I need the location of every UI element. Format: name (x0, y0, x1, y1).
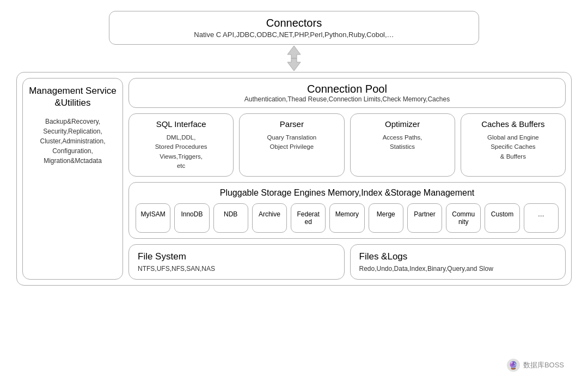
engine-federated: Federat ed (291, 203, 326, 233)
mid-row: SQL Interface DML,DDL,Stored ProceduresV… (128, 113, 566, 177)
parser-title: Parser (244, 119, 339, 129)
sql-interface-title: SQL Interface (133, 119, 229, 129)
file-system-cell: File System NTFS,UFS,NFS,SAN,NAS (128, 244, 345, 280)
caches-title: Caches & Buffers (465, 119, 561, 129)
svg-marker-0 (287, 46, 301, 58)
optimizer-title: Optimizer (355, 119, 450, 129)
main-area: Management Service &Utilities Backup&Rec… (16, 72, 572, 286)
file-system-subtitle: NTFS,UFS,NFS,SAN,NAS (138, 265, 335, 273)
engine-partner: Partner (407, 203, 442, 233)
connectors-box: Connectors Native C API,JDBC,ODBC,NET,PH… (109, 11, 479, 45)
storage-title: Pluggable Storage Engines Memory,Index &… (136, 188, 559, 198)
files-logs-subtitle: Redo,Undo,Data,Index,Binary,Query,and Sl… (359, 265, 557, 273)
engine-myisam: MyISAM (136, 203, 170, 233)
engine-community: Commu nity (446, 203, 481, 233)
management-subtitle: Backup&Recovery,Security,Replication,Clu… (28, 117, 117, 166)
svg-marker-1 (287, 58, 301, 71)
sql-interface-cell: SQL Interface DML,DDL,Stored ProceduresV… (128, 113, 234, 177)
management-panel: Management Service &Utilities Backup&Rec… (22, 78, 123, 280)
parser-cell: Parser Quary TranslationObject Privilege (239, 113, 344, 177)
engine-more: … (524, 203, 559, 233)
connectors-subtitle: Native C API,JDBC,ODBC,NET,PHP,Perl,Pyth… (120, 31, 468, 39)
connection-pool-title: Connection Pool (138, 83, 556, 95)
optimizer-cell: Optimizer Access Paths,Statistics (350, 113, 455, 177)
bidirectional-arrow (278, 45, 310, 72)
engine-archive: Archive (252, 203, 287, 233)
watermark-icon: 🔮 (507, 359, 520, 372)
connection-pool-subtitle: Authentication,Thead Reuse,Connection Li… (138, 95, 556, 103)
engine-merge: Merge (369, 203, 403, 233)
file-system-title: File System (138, 251, 335, 262)
fs-row: File System NTFS,UFS,NFS,SAN,NAS Files &… (128, 244, 566, 280)
connection-pool-box: Connection Pool Authentication,Thead Reu… (128, 78, 566, 108)
watermark-text: 数据库BOSS (523, 360, 564, 370)
engine-custom: Custom (485, 203, 519, 233)
storage-outer: Pluggable Storage Engines Memory,Index &… (128, 182, 566, 239)
sql-interface-subtitle: DML,DDL,Stored ProceduresViews,Triggers,… (133, 133, 229, 171)
management-title: Management Service &Utilities (28, 85, 117, 109)
files-logs-cell: Files &Logs Redo,Undo,Data,Index,Binary,… (350, 244, 566, 280)
arrow-container (16, 45, 572, 72)
right-panel: Connection Pool Authentication,Thead Reu… (128, 78, 566, 280)
parser-subtitle: Quary TranslationObject Privilege (244, 133, 339, 152)
caches-cell: Caches & Buffers Global and EngineSpecif… (461, 113, 566, 177)
optimizer-subtitle: Access Paths,Statistics (355, 133, 450, 152)
engine-innodb: InnoDB (174, 203, 209, 233)
connectors-title: Connectors (120, 17, 468, 29)
engine-memory: Memory (329, 203, 364, 233)
watermark: 🔮 数据库BOSS (507, 359, 564, 372)
engine-ndb: NDB (213, 203, 248, 233)
caches-subtitle: Global and EngineSpecific Caches& Buffer… (465, 133, 561, 161)
engine-row: MyISAM InnoDB NDB Archive Federat ed Mem… (136, 203, 559, 233)
files-logs-title: Files &Logs (359, 251, 557, 262)
